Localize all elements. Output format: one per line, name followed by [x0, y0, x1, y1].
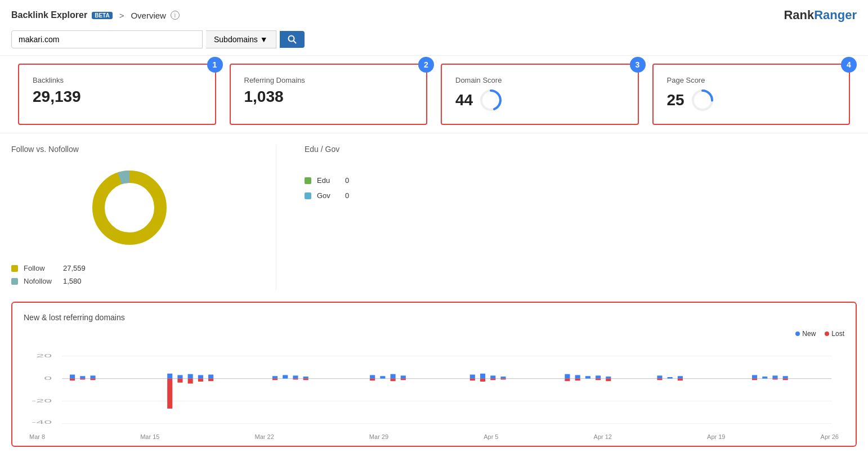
svg-rect-69 — [752, 375, 757, 378]
breadcrumb-page: Overview — [131, 11, 166, 20]
edu-value: 0 — [345, 176, 349, 185]
page-score-value: 25 — [667, 91, 684, 109]
svg-rect-59 — [585, 376, 590, 378]
header-left: Backlink Explorer BETA > Overview i — [11, 10, 180, 20]
page-score-display: 25 — [667, 88, 836, 113]
svg-text:0: 0 — [44, 375, 52, 382]
edu-row: Edu 0 — [305, 176, 857, 185]
follow-nofollow-chart: Follow vs. Nofollow Follow 27,559 Nofoll… — [11, 145, 248, 290]
header: Backlink Explorer BETA > Overview i Rank… — [0, 0, 868, 27]
svg-rect-63 — [606, 379, 611, 381]
svg-rect-36 — [293, 375, 298, 378]
svg-rect-27 — [188, 374, 193, 379]
referring-domains-value: 1,038 — [244, 88, 413, 106]
edu-dot — [305, 177, 311, 184]
svg-rect-31 — [208, 375, 213, 379]
gov-label: Gov — [317, 191, 339, 200]
brand-ranger: Ranger — [814, 8, 857, 22]
svg-rect-39 — [303, 379, 308, 380]
svg-point-6 — [99, 177, 160, 239]
chevron-down-icon: ▼ — [260, 35, 268, 44]
svg-rect-38 — [303, 377, 308, 379]
metric-backlinks: Backlinks 29,139 1 — [18, 64, 216, 125]
x-label-apr19: Apr 19 — [707, 433, 725, 440]
legend-lost: Lost — [825, 330, 844, 338]
x-label-mar29: Mar 29 — [369, 433, 388, 440]
subdomains-button[interactable]: Subdomains ▼ — [206, 30, 276, 48]
svg-rect-35 — [283, 375, 288, 378]
chart-legend: New Lost — [24, 330, 844, 338]
lost-label: Lost — [831, 330, 844, 338]
svg-rect-68 — [678, 379, 683, 381]
svg-line-1 — [293, 41, 296, 44]
svg-text:20: 20 — [36, 353, 52, 359]
svg-rect-64 — [657, 375, 662, 378]
svg-rect-50 — [480, 379, 485, 382]
follow-dot — [11, 265, 18, 272]
svg-rect-41 — [370, 379, 375, 381]
info-icon[interactable]: i — [171, 11, 180, 20]
svg-rect-42 — [380, 376, 385, 378]
page-score-circle — [690, 88, 715, 113]
x-label-mar22: Mar 22 — [255, 433, 274, 440]
page-score-label: Page Score — [667, 76, 836, 84]
nofollow-value: 1,580 — [63, 277, 82, 285]
metric-badge-3: 3 — [630, 57, 646, 73]
gov-value: 0 — [345, 191, 349, 200]
bottom-chart-section: New & lost referring domains New Lost 20 — [0, 302, 868, 457]
svg-rect-43 — [391, 374, 396, 379]
x-label-apr12: Apr 12 — [594, 433, 612, 440]
follow-label: Follow — [24, 264, 57, 272]
legend-new: New — [795, 330, 816, 338]
donut-chart — [11, 163, 248, 253]
svg-rect-70 — [752, 379, 757, 380]
svg-rect-37 — [293, 379, 298, 380]
brand-logo: RankRanger — [784, 8, 857, 23]
metrics-row: Backlinks 29,139 1 Referring Domains 1,0… — [0, 55, 868, 133]
svg-rect-67 — [678, 376, 683, 378]
edu-label: Edu — [317, 176, 339, 185]
svg-rect-26 — [177, 379, 182, 383]
svg-rect-72 — [772, 375, 777, 378]
search-button[interactable] — [280, 31, 305, 48]
referring-domains-label: Referring Domains — [244, 76, 413, 84]
svg-rect-40 — [370, 375, 375, 378]
domain-score-label: Domain Score — [455, 76, 624, 84]
x-label-apr5: Apr 5 — [484, 433, 498, 440]
charts-section: Follow vs. Nofollow Follow 27,559 Nofoll… — [0, 133, 868, 301]
svg-rect-19 — [80, 376, 85, 378]
svg-rect-52 — [490, 379, 495, 380]
svg-point-0 — [288, 36, 294, 42]
edu-gov-title: Edu / Gov — [305, 145, 857, 154]
backlinks-label: Backlinks — [33, 76, 202, 84]
domain-score-circle — [478, 88, 503, 113]
metric-badge-4: 4 — [841, 57, 857, 73]
svg-rect-32 — [208, 379, 213, 381]
svg-rect-66 — [668, 377, 673, 379]
svg-rect-25 — [177, 375, 182, 378]
follow-legend-row: Follow 27,559 — [11, 264, 248, 272]
svg-rect-28 — [188, 379, 193, 384]
x-label-mar8: Mar 8 — [29, 433, 45, 440]
new-dot-icon — [795, 331, 800, 336]
svg-rect-61 — [596, 379, 601, 380]
bar-chart-box: New & lost referring domains New Lost 20 — [11, 302, 857, 447]
svg-rect-65 — [657, 379, 662, 380]
bar-chart-visual: 20 0 -20 -40 — [24, 341, 844, 431]
x-label-apr26: Apr 26 — [821, 433, 839, 440]
svg-rect-71 — [762, 377, 767, 379]
svg-rect-17 — [70, 375, 75, 379]
svg-rect-22 — [90, 379, 95, 380]
follow-value: 27,559 — [63, 264, 86, 272]
svg-rect-48 — [470, 379, 475, 381]
search-input[interactable] — [11, 30, 203, 48]
svg-rect-46 — [401, 379, 406, 380]
svg-rect-53 — [500, 377, 505, 379]
svg-rect-74 — [783, 376, 788, 378]
edu-gov-chart: Edu / Gov Edu 0 Gov 0 — [305, 145, 857, 290]
svg-rect-33 — [272, 376, 278, 378]
svg-rect-47 — [470, 375, 475, 379]
nofollow-label: Nofollow — [24, 277, 57, 285]
domain-score-display: 44 — [455, 88, 624, 113]
search-icon — [288, 35, 297, 44]
